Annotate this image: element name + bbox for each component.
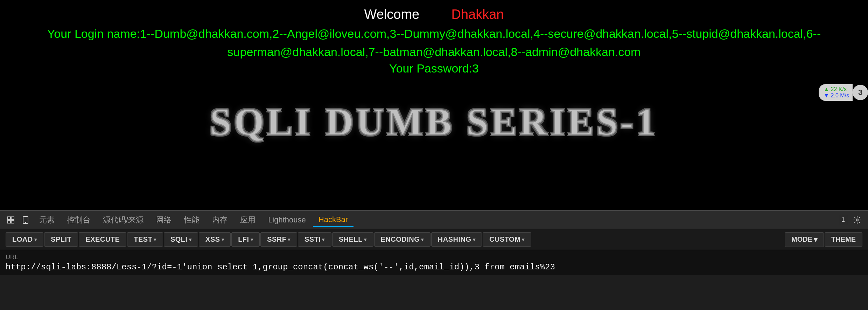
theme-button[interactable]: THEME: [825, 232, 862, 247]
main-content: Welcome Dhakkan Your Login name:1--Dumb@…: [0, 0, 868, 210]
encoding-arrow: ▾: [421, 237, 424, 242]
custom-button[interactable]: CUSTOM ▾: [483, 232, 531, 247]
mode-arrow: ▾: [814, 235, 817, 244]
page-title: SQLI DUMB SERIES-1: [210, 101, 658, 143]
welcome-line: Welcome Dhakkan: [364, 7, 504, 23]
title-graphic: SQLI DUMB SERIES-1: [210, 100, 658, 144]
svg-point-6: [856, 219, 858, 221]
tab-application[interactable]: 应用: [234, 213, 261, 227]
test-button[interactable]: TEST ▾: [127, 232, 163, 247]
tab-elements[interactable]: 元素: [34, 213, 60, 227]
tab-performance[interactable]: 性能: [178, 213, 205, 227]
password-line: Your Password:3: [389, 62, 479, 75]
download-speed: ▼ 2.0 M/s: [824, 92, 849, 99]
split-button[interactable]: SPLIT: [44, 232, 78, 247]
load-button[interactable]: LOAD ▾: [6, 232, 43, 247]
devtools-tabs-row: 元素 控制台 源代码/来源 网络 性能 内存 应用 Lighthouse Hac…: [0, 211, 868, 229]
settings-icon[interactable]: [850, 213, 864, 227]
svg-rect-1: [11, 217, 14, 220]
xss-button[interactable]: XSS ▾: [199, 232, 231, 247]
load-arrow: ▾: [34, 237, 37, 242]
tab-memory[interactable]: 内存: [206, 213, 233, 227]
encoding-button[interactable]: ENCODING ▾: [374, 232, 430, 247]
lfi-arrow: ▾: [251, 237, 253, 242]
sqli-arrow: ▾: [189, 237, 192, 242]
test-arrow: ▾: [154, 237, 156, 242]
upload-speed: ▲ 22 K/s: [824, 86, 847, 92]
xss-arrow: ▾: [222, 237, 224, 242]
svg-point-5: [25, 222, 26, 223]
network-badge: 3: [853, 85, 868, 100]
ssti-arrow: ▾: [322, 237, 325, 242]
ssrf-button[interactable]: SSRF ▾: [260, 232, 297, 247]
hashing-arrow: ▾: [473, 237, 476, 242]
mode-button[interactable]: MODE ▾: [785, 232, 824, 247]
lfi-button[interactable]: LFI ▾: [231, 232, 260, 247]
tab-hackbar[interactable]: HackBar: [313, 213, 354, 227]
url-row: URL http://sqli-labs:8888/Less-1/?id=-1'…: [0, 250, 868, 275]
tabs-right-controls: 1: [839, 213, 864, 227]
custom-arrow: ▾: [522, 237, 525, 242]
tab-lighthouse[interactable]: Lighthouse: [262, 213, 312, 227]
username-display: Dhakkan: [451, 7, 504, 22]
inspect-icon[interactable]: [4, 213, 18, 227]
devtools-panel: 元素 控制台 源代码/来源 网络 性能 内存 应用 Lighthouse Hac…: [0, 210, 868, 310]
sqli-button[interactable]: SQLI ▾: [164, 232, 198, 247]
hashing-button[interactable]: HASHING ▾: [431, 232, 482, 247]
svg-rect-0: [8, 217, 10, 220]
svg-rect-2: [8, 220, 10, 223]
notification-badge: 1: [839, 215, 848, 225]
shell-arrow: ▾: [364, 237, 367, 242]
shell-button[interactable]: SHELL ▾: [332, 232, 373, 247]
hackbar-toolbar: LOAD ▾ SPLIT EXECUTE TEST ▾ SQLI ▾ XSS ▾…: [0, 229, 868, 250]
url-label: URL: [6, 254, 862, 261]
execute-button[interactable]: EXECUTE: [79, 232, 126, 247]
tab-network[interactable]: 网络: [150, 213, 177, 227]
tab-console[interactable]: 控制台: [62, 213, 96, 227]
ssrf-arrow: ▾: [288, 237, 290, 242]
login-name-line2: superman@dhakkan.local,7--batman@dhakkan…: [227, 44, 641, 61]
url-value[interactable]: http://sqli-labs:8888/Less-1/?id=-1'unio…: [6, 262, 862, 272]
welcome-text: Welcome: [364, 7, 420, 22]
svg-rect-3: [11, 220, 14, 223]
network-widget: ▲ 22 K/s ▼ 2.0 M/s 3: [819, 84, 868, 101]
ssti-button[interactable]: SSTI ▾: [298, 232, 331, 247]
login-name-line1: Your Login name:1--Dumb@dhakkan.com,2--A…: [47, 26, 821, 42]
mobile-icon[interactable]: [19, 213, 32, 227]
tab-sources[interactable]: 源代码/来源: [97, 213, 149, 227]
